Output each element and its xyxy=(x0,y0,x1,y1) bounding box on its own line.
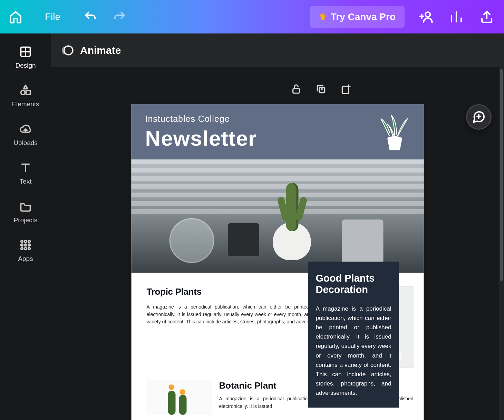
right-panel[interactable]: Good Plants Decoration A magazine is a p… xyxy=(308,262,399,408)
design-icon xyxy=(19,45,32,58)
sidebar-item-label: Elements xyxy=(12,100,39,108)
design-page[interactable]: Instuctables College Newsletter xyxy=(132,104,424,420)
file-menu[interactable]: File xyxy=(39,9,66,25)
newsletter-header[interactable]: Instuctables College Newsletter xyxy=(132,104,424,159)
hero-image[interactable] xyxy=(132,159,424,273)
upload-icon[interactable] xyxy=(478,8,496,26)
try-pro-label: Try Canva Pro xyxy=(331,11,396,22)
svg-point-8 xyxy=(25,244,27,246)
duplicate-page-icon[interactable] xyxy=(315,83,327,95)
svg-point-11 xyxy=(25,248,27,250)
topbar: File ♛ Try Canva Pro xyxy=(0,0,504,33)
svg-rect-14 xyxy=(293,89,300,93)
scrollbar-thumb[interactable] xyxy=(500,69,503,281)
scrollbar[interactable] xyxy=(499,67,504,420)
svg-point-0 xyxy=(425,12,430,17)
svg-point-2 xyxy=(21,90,25,95)
canvas-area[interactable]: Instuctables College Newsletter xyxy=(51,67,504,420)
projects-icon xyxy=(19,200,32,213)
sidebar-divider xyxy=(5,274,46,274)
animate-button[interactable]: Animate xyxy=(80,45,121,56)
apps-icon xyxy=(19,238,32,252)
animate-icon[interactable] xyxy=(61,44,74,57)
crown-icon: ♛ xyxy=(319,12,327,22)
svg-point-6 xyxy=(28,241,30,243)
svg-point-17 xyxy=(388,137,402,141)
elements-icon xyxy=(19,84,32,97)
svg-point-10 xyxy=(21,248,23,250)
svg-point-9 xyxy=(28,244,30,246)
lock-page-icon[interactable] xyxy=(290,83,302,95)
right-panel-heading[interactable]: Good Plants Decoration xyxy=(316,273,391,296)
share-people-icon[interactable] xyxy=(417,8,435,26)
header-subtitle[interactable]: Instuctables College xyxy=(145,114,410,124)
add-comment-button[interactable] xyxy=(466,104,492,130)
text-icon xyxy=(19,161,32,174)
svg-point-5 xyxy=(25,241,27,243)
undo-button[interactable] xyxy=(83,9,98,25)
svg-point-7 xyxy=(21,244,23,246)
article2-image[interactable] xyxy=(147,380,212,415)
sidebar-item-apps[interactable]: Apps xyxy=(0,231,51,270)
right-panel-body[interactable]: A magazine is a periodical publication, … xyxy=(316,304,391,398)
secondary-bar: Animate xyxy=(51,33,504,67)
add-page-icon[interactable] xyxy=(340,83,352,95)
svg-point-13 xyxy=(64,46,73,55)
try-canva-pro-button[interactable]: ♛ Try Canva Pro xyxy=(310,6,405,28)
uploads-icon xyxy=(19,123,32,136)
analytics-icon[interactable] xyxy=(447,8,465,26)
sidebar-item-design[interactable]: Design xyxy=(0,38,51,76)
page-controls xyxy=(290,83,352,95)
sidebar-item-projects[interactable]: Projects xyxy=(0,192,51,231)
svg-rect-16 xyxy=(342,86,349,94)
sidebar-item-label: Projects xyxy=(14,216,38,224)
svg-point-12 xyxy=(28,248,30,250)
sidebar-item-label: Text xyxy=(20,178,32,185)
plant-illustration-icon[interactable] xyxy=(378,112,412,153)
sidebar-item-uploads[interactable]: Uploads xyxy=(0,115,51,154)
sidebar-item-label: Design xyxy=(15,62,36,69)
header-title[interactable]: Newsletter xyxy=(145,126,410,150)
redo-button[interactable] xyxy=(112,9,127,25)
sidebar-item-label: Uploads xyxy=(13,139,38,147)
sidebar-item-elements[interactable]: Elements xyxy=(0,76,51,115)
left-sidebar: Design Elements Uploads Text Projects Ap… xyxy=(0,33,51,420)
sidebar-item-label: Apps xyxy=(18,255,33,263)
content-row: Tropic Plants A magazine is a periodical… xyxy=(132,273,424,420)
home-icon[interactable] xyxy=(8,10,23,24)
svg-point-4 xyxy=(21,241,23,243)
svg-rect-3 xyxy=(26,90,30,95)
sidebar-item-text[interactable]: Text xyxy=(0,154,51,192)
